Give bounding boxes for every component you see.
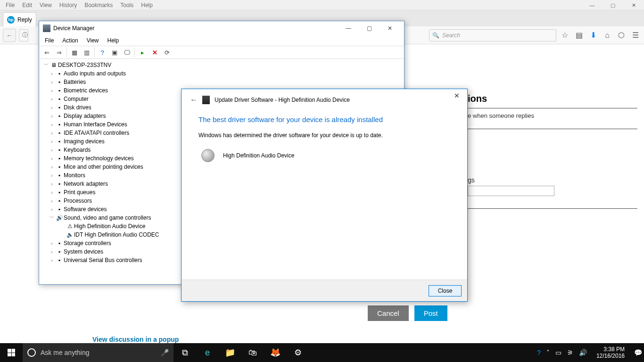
tb-enable-icon[interactable]: ▸ [137, 47, 148, 58]
taskbar-device-manager[interactable]: ⚙ [287, 343, 309, 362]
hp-page-fragment: ions e when someone replies gs [468, 47, 637, 213]
device-category-icon: ▪ [55, 78, 64, 86]
device-category-icon: ▪ [55, 70, 64, 77]
window-close-button[interactable]: ✕ [623, 0, 644, 10]
device-category-icon: ▪ [55, 95, 64, 103]
system-clock[interactable]: 3:38 PM 12/16/2016 [593, 346, 628, 359]
sound-icon: 🔊 [55, 214, 64, 222]
taskbar-file-explorer[interactable]: 📁 [219, 343, 241, 362]
wizard-back-button[interactable]: ← [190, 96, 198, 104]
menu-icon[interactable]: ☰ [630, 30, 641, 41]
wifi-icon[interactable]: ⚞ [567, 349, 573, 356]
hp-icon: hp [7, 16, 15, 24]
device-category-icon: ▪ [55, 197, 64, 205]
device-category-icon: ▪ [55, 155, 64, 162]
cortana-search[interactable]: Ask me anything 🎤 [23, 343, 173, 362]
tags-input[interactable] [468, 186, 554, 196]
library-icon[interactable]: ▤ [573, 30, 585, 41]
bookmark-star-icon[interactable]: ☆ [559, 30, 570, 41]
device-category-icon: ▪ [55, 180, 64, 188]
start-button[interactable] [0, 343, 23, 362]
window-maximize-button[interactable]: ▢ [603, 0, 623, 10]
taskbar-edge[interactable]: e [196, 343, 219, 362]
dm-maximize-button[interactable]: ▢ [359, 22, 380, 35]
task-view-button[interactable]: ⧉ [173, 343, 196, 362]
dm-menu-action[interactable]: Action [58, 37, 82, 44]
device-manager-icon [43, 25, 50, 32]
dm-menu-view[interactable]: View [83, 37, 103, 44]
wizard-title: Update Driver Software - High Definition… [215, 97, 350, 103]
ff-menu-bookmarks[interactable]: Bookmarks [81, 2, 116, 8]
cortana-icon [27, 348, 36, 357]
dm-menu-help[interactable]: Help [104, 37, 123, 44]
wizard-close-action-button[interactable]: Close [429, 285, 462, 296]
view-discussion-popup-link[interactable]: View discussion in a popup [92, 336, 179, 343]
device-category-icon: ▪ [55, 256, 64, 264]
ff-menu-view[interactable]: View [36, 2, 56, 8]
device-speaker-icon [201, 149, 215, 162]
cancel-button[interactable]: Cancel [368, 305, 409, 321]
back-button[interactable]: ← [3, 29, 16, 42]
windows-taskbar: Ask me anything 🎤 ⧉ e 📁 🛍 🦊 ⚙ ? ˄ ▭ ⚞ 🔊 … [0, 343, 644, 362]
tray-chevron-up-icon[interactable]: ˄ [546, 349, 550, 356]
ff-menu-edit[interactable]: Edit [18, 2, 36, 8]
device-category-icon: ▪ [55, 104, 64, 111]
home-icon[interactable]: ⌂ [602, 30, 613, 41]
tb-properties-icon[interactable]: ▥ [81, 47, 92, 58]
ff-menu-tools[interactable]: Tools [116, 2, 137, 8]
pocket-icon[interactable]: ⬡ [616, 30, 627, 41]
tb-scan-hardware-icon[interactable]: ⟳ [161, 47, 173, 58]
driver-update-wizard: ✕ ← Update Driver Software - High Defini… [181, 89, 468, 302]
battery-icon[interactable]: ▭ [555, 349, 561, 356]
tree-root[interactable]: ﹀🖥 DESKTOP-23S3TNV [40, 61, 403, 69]
wizard-close-button[interactable]: ✕ [446, 89, 467, 102]
ff-menu-history[interactable]: History [56, 2, 81, 8]
tb-update-driver-icon[interactable]: 🖵 [121, 47, 132, 58]
tb-scan-icon[interactable]: ▣ [109, 47, 120, 58]
dm-minimize-button[interactable]: — [338, 22, 359, 35]
device-category-icon: ▪ [55, 87, 64, 94]
url-bar[interactable]: ⓘh [19, 29, 28, 41]
windows-logo-icon [8, 349, 15, 356]
tab-label: Reply [17, 16, 32, 23]
tree-category[interactable]: ›▪Audio inputs and outputs [40, 69, 403, 78]
wizard-heading: The best driver software for your device… [198, 115, 450, 123]
hp-support-icon[interactable]: ? [537, 349, 541, 356]
tb-uninstall-icon[interactable]: ✕ [149, 47, 160, 58]
dm-menubar: File Action View Help [39, 35, 404, 46]
tb-forward-icon[interactable]: ⇒ [53, 47, 65, 58]
device-category-icon: ▪ [55, 112, 64, 120]
ff-menu-help[interactable]: Help [137, 2, 157, 8]
dm-titlebar[interactable]: Device Manager — ▢ ✕ [39, 21, 404, 35]
tb-back-icon[interactable]: ⇐ [41, 47, 52, 58]
device-category-icon: ▪ [55, 121, 64, 128]
dm-close-button[interactable]: ✕ [380, 22, 400, 35]
microphone-icon[interactable]: 🎤 [161, 349, 169, 356]
device-category-icon: ▪ [55, 138, 64, 145]
tb-show-hide-tree-icon[interactable]: ▦ [69, 47, 80, 58]
volume-icon[interactable]: 🔊 [579, 349, 587, 356]
tree-category[interactable]: ›▪Batteries [40, 78, 403, 86]
computer-icon: 🖥 [50, 61, 58, 69]
device-category-icon: ▪ [55, 163, 64, 171]
browser-tab[interactable]: hp Reply [3, 12, 36, 26]
search-bar[interactable]: 🔍 Search [429, 29, 556, 41]
firefox-menubar: File Edit View History Bookmarks Tools H… [0, 0, 644, 10]
device-category-icon: ▪ [55, 248, 64, 255]
taskbar-store[interactable]: 🛍 [241, 343, 264, 362]
warning-icon: ⚠ [66, 222, 74, 230]
window-minimize-button[interactable]: — [582, 0, 603, 10]
search-icon: 🔍 [432, 32, 439, 39]
device-category-icon: ▪ [55, 239, 64, 247]
action-center-icon[interactable]: 💬 [634, 349, 642, 356]
ff-menu-file[interactable]: File [2, 2, 18, 8]
tb-help-icon[interactable]: ? [97, 47, 108, 58]
device-category-icon: ▪ [55, 206, 64, 213]
wizard-device-name: High Definition Audio Device [223, 152, 294, 159]
downloads-icon[interactable]: ⬇ [587, 30, 599, 41]
device-category-icon: ▪ [55, 129, 64, 137]
taskbar-firefox[interactable]: 🦊 [264, 343, 287, 362]
post-button[interactable]: Post [414, 305, 447, 321]
dm-menu-file[interactable]: File [41, 37, 58, 44]
device-category-icon: ▪ [55, 146, 64, 154]
